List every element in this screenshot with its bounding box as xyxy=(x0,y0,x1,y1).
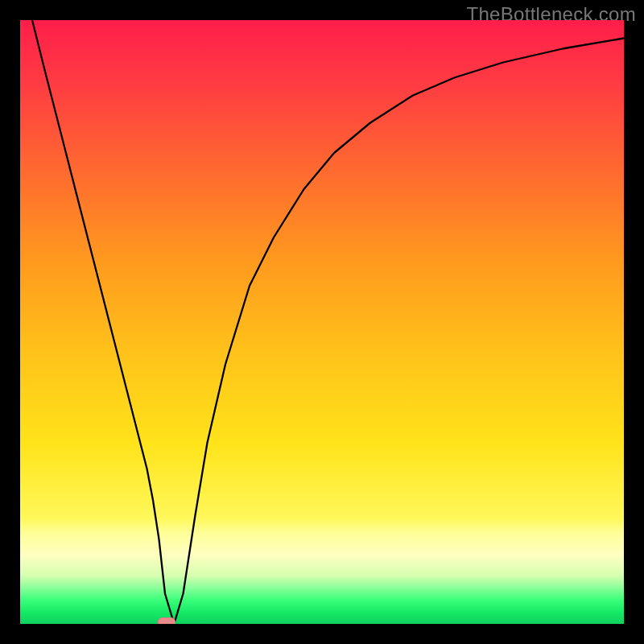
minimum-marker xyxy=(158,617,175,624)
chart-container: TheBottleneck.com xyxy=(0,0,644,644)
bottleneck-curve xyxy=(32,20,624,624)
curve-svg xyxy=(20,20,624,624)
plot-area xyxy=(20,20,624,624)
